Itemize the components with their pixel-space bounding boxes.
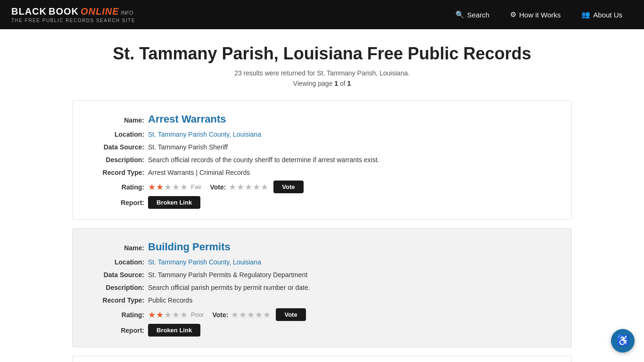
report-row-arrest-warrants: Report: Broken Link — [87, 196, 557, 209]
stars-filled-building-permits: ★★ — [148, 310, 164, 320]
rating-label-2: Rating: — [87, 311, 148, 319]
page-total: 1 — [347, 80, 351, 87]
type-label-2: Record Type: — [87, 296, 148, 305]
record-location-row: Location: St. Tammany Parish County, Lou… — [87, 130, 557, 140]
record-card-arrest-warrants: Name: Arrest Warrants Location: St. Tamm… — [72, 100, 572, 220]
nav-about-us[interactable]: 👥 About Us — [571, 0, 633, 29]
record-desc-row: Description: Search official records of … — [87, 155, 557, 165]
stars-filled-arrest-warrants: ★★ — [148, 182, 164, 192]
record-desc-building-permits: Search official parish permits by permit… — [148, 283, 557, 293]
record-card-code-enforcement: Name: Code Enforcement Violations — [72, 356, 572, 362]
vote-button-arrest-warrants[interactable]: Vote — [273, 181, 303, 193]
stars-empty-building-permits: ★★★ — [164, 310, 188, 320]
record-datasource-row-2: Data Source: St. Tammany Parish Permits … — [87, 270, 557, 280]
page-current: 1 — [334, 80, 338, 87]
site-header: BLACK BOOK ONLINE INFO THE FREE PUBLIC R… — [0, 0, 644, 29]
stars-empty-arrest-warrants: ★★★ — [164, 182, 188, 192]
datasource-label-2: Data Source: — [87, 270, 148, 280]
logo-sub: THE FREE PUBLIC RECORDS SEARCH SITE — [11, 18, 135, 23]
record-name-row-2: Name: Building Permits — [87, 239, 557, 255]
record-name-arrest-warrants[interactable]: Arrest Warrants — [148, 111, 557, 127]
report-row-building-permits: Report: Broken Link — [87, 324, 557, 337]
nav-search[interactable]: 🔍 Search — [445, 0, 500, 29]
logo-book: BOOK — [49, 6, 79, 17]
datasource-label: Data Source: — [87, 142, 148, 152]
record-location-row-2: Location: St. Tammany Parish County, Lou… — [87, 257, 557, 267]
report-label-2: Report: — [87, 327, 148, 334]
desc-label: Description: — [87, 155, 148, 165]
location-label: Location: — [87, 130, 148, 140]
vote-button-building-permits[interactable]: Vote — [276, 308, 305, 321]
accessibility-button[interactable]: ♿ — [611, 329, 635, 353]
logo-black: BLACK — [11, 6, 47, 17]
nav-how-label: How it Works — [519, 11, 561, 19]
results-text: 23 results were returned for St. Tammany… — [234, 69, 410, 77]
vote-stars-arrest-warrants[interactable]: ★★★★★ — [229, 182, 269, 192]
page-of: of — [340, 80, 346, 87]
rating-label: Rating: — [87, 183, 148, 191]
vote-stars-building-permits[interactable]: ★★★★★ — [231, 310, 271, 320]
record-datasource-arrest-warrants: St. Tammany Parish Sheriff — [148, 142, 557, 152]
record-location-building-permits[interactable]: St. Tammany Parish County, Louisiana — [148, 257, 557, 267]
logo-info: INFO — [121, 10, 133, 16]
logo-online: ONLINE — [81, 6, 119, 17]
main-content: St. Tammany Parish, Louisiana Free Publi… — [63, 29, 581, 362]
broken-link-button-arrest-warrants[interactable]: Broken Link — [148, 196, 200, 209]
name-label: Name: — [87, 115, 148, 125]
page-title: St. Tammany Parish, Louisiana Free Publi… — [72, 43, 572, 64]
report-label: Report: — [87, 199, 148, 206]
rating-text-arrest-warrants: Fair — [191, 183, 201, 190]
record-card-building-permits: Name: Building Permits Location: St. Tam… — [72, 228, 572, 347]
record-type-arrest-warrants: Arrest Warrants | Criminal Records — [148, 168, 557, 178]
type-label: Record Type: — [87, 168, 148, 178]
nav-search-label: Search — [467, 11, 490, 19]
viewing-prefix: Viewing page — [293, 80, 333, 87]
logo-area: BLACK BOOK ONLINE INFO THE FREE PUBLIC R… — [11, 6, 135, 23]
paging-info: Viewing page 1 of 1 — [72, 80, 572, 87]
location-label-2: Location: — [87, 257, 148, 267]
rating-row-building-permits: Rating: ★★ ★★★ Poor Vote: ★★★★★ Vote — [87, 308, 557, 321]
broken-link-button-building-permits[interactable]: Broken Link — [148, 324, 200, 337]
nav-about-label: About Us — [593, 11, 622, 19]
results-summary: 23 results were returned for St. Tammany… — [72, 69, 572, 77]
record-desc-arrest-warrants: Search official records of the county sh… — [148, 155, 557, 165]
name-label-2: Name: — [87, 243, 148, 253]
people-icon: 👥 — [581, 10, 590, 19]
rating-row-arrest-warrants: Rating: ★★ ★★★ Fair Vote: ★★★★★ Vote — [87, 181, 557, 193]
vote-label-2: Vote: — [212, 311, 228, 319]
record-location-arrest-warrants[interactable]: St. Tammany Parish County, Louisiana — [148, 130, 557, 140]
record-datasource-row: Data Source: St. Tammany Parish Sheriff — [87, 142, 557, 152]
gear-icon: ⚙ — [510, 10, 516, 19]
rating-text-building-permits: Poor — [191, 311, 204, 318]
record-type-row: Record Type: Arrest Warrants | Criminal … — [87, 168, 557, 178]
vote-label: Vote: — [210, 183, 226, 191]
record-type-row-2: Record Type: Public Records — [87, 296, 557, 305]
record-name-building-permits[interactable]: Building Permits — [148, 239, 557, 255]
record-name-row: Name: Arrest Warrants — [87, 111, 557, 127]
desc-label-2: Description: — [87, 283, 148, 293]
nav-how-it-works[interactable]: ⚙ How it Works — [500, 0, 571, 29]
logo-top: BLACK BOOK ONLINE INFO — [11, 6, 135, 17]
search-icon: 🔍 — [455, 10, 464, 19]
record-desc-row-2: Description: Search official parish perm… — [87, 283, 557, 293]
record-datasource-building-permits: St. Tammany Parish Permits & Regulatory … — [148, 270, 557, 280]
record-type-building-permits: Public Records — [148, 296, 557, 305]
main-nav: 🔍 Search ⚙ How it Works 👥 About Us — [445, 0, 633, 29]
